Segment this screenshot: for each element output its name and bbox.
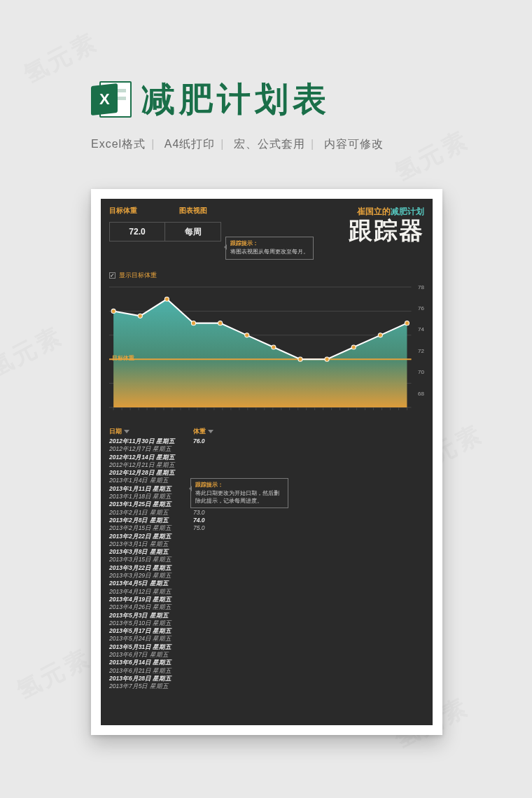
table-row[interactable]: 2013年3月22日 星期五 bbox=[109, 564, 424, 572]
label-chart-view: 图表视图 bbox=[179, 206, 207, 216]
svg-point-45 bbox=[164, 297, 169, 301]
cell-date: 2012年12月7日 星期五 bbox=[109, 445, 193, 453]
svg-point-50 bbox=[298, 357, 302, 361]
table-row[interactable]: 2013年5月24日 星期五 bbox=[109, 635, 424, 643]
table-row[interactable]: 2013年2月1日 星期五73.0 bbox=[109, 509, 424, 517]
y-tick: 70 bbox=[418, 369, 424, 375]
col-header-weight-text: 体重 bbox=[193, 427, 206, 436]
chart-view-select[interactable]: 每周 bbox=[165, 222, 221, 241]
table-row[interactable]: 2013年4月5日 星期五 bbox=[109, 580, 424, 587]
table-row[interactable]: 2013年6月14日 星期五 bbox=[109, 659, 424, 666]
watermark: 氢元素 bbox=[389, 123, 475, 189]
page-title: 减肥计划表 bbox=[141, 77, 330, 122]
meta-item: Excel格式 bbox=[91, 138, 146, 150]
goal-line-label: 目标体重 bbox=[112, 354, 134, 361]
cell-date: 2013年6月7日 星期五 bbox=[109, 651, 193, 659]
table-row[interactable]: 2013年6月21日 星期五 bbox=[109, 667, 424, 675]
cell-weight bbox=[193, 564, 221, 572]
col-header-date[interactable]: 日期 bbox=[109, 427, 193, 436]
cell-weight bbox=[193, 620, 221, 627]
cell-date: 2013年3月8日 星期五 bbox=[109, 548, 193, 556]
cell-date: 2013年2月15日 星期五 bbox=[109, 524, 193, 532]
cell-weight bbox=[193, 588, 221, 596]
cell-weight: 76.0 bbox=[193, 438, 221, 445]
meta-item: 宏、公式套用 bbox=[234, 138, 305, 150]
table-row[interactable]: 2013年4月26日 星期五 bbox=[109, 603, 424, 611]
cell-date: 2013年3月15日 星期五 bbox=[109, 556, 193, 564]
table-row[interactable]: 2013年3月8日 星期五 bbox=[109, 548, 424, 556]
table-row[interactable]: 2013年6月28日 星期五 bbox=[109, 675, 424, 682]
cell-date: 2013年1月25日 星期五 bbox=[109, 500, 193, 508]
cell-date: 2013年5月10日 星期五 bbox=[109, 620, 193, 627]
table-row[interactable]: 2013年4月19日 星期五 bbox=[109, 596, 424, 603]
table-row[interactable]: 2013年6月7日 星期五 bbox=[109, 651, 424, 659]
cell-date: 2013年1月18日 星期五 bbox=[109, 493, 193, 500]
cell-date: 2013年3月1日 星期五 bbox=[109, 540, 193, 548]
cell-weight bbox=[193, 643, 221, 651]
table-row[interactable]: 2013年3月29日 星期五 bbox=[109, 572, 424, 580]
cell-weight: 74.0 bbox=[193, 517, 221, 524]
table-row[interactable]: 2013年2月22日 星期五 bbox=[109, 533, 424, 540]
target-weight-input[interactable]: 72.0 bbox=[109, 222, 165, 241]
cell-date: 2012年12月14日 星期五 bbox=[109, 454, 193, 461]
cell-date: 2013年6月14日 星期五 bbox=[109, 659, 193, 666]
table-row[interactable]: 2013年3月1日 星期五 bbox=[109, 540, 424, 548]
data-table: 日期 体重 2012年11月30日 星期五76.02012年12月7日 星期五2… bbox=[109, 427, 424, 691]
cell-weight: 73.0 bbox=[193, 509, 221, 517]
cell-weight bbox=[193, 651, 221, 659]
table-row[interactable]: 2012年12月21日 星期五 bbox=[109, 461, 424, 469]
tooltip-body: 将此日期更改为开始日期，然后删除此提示，记录每周进度。 bbox=[195, 490, 279, 503]
table-row[interactable]: 2012年11月30日 星期五76.0 bbox=[109, 438, 424, 445]
cell-date: 2013年5月17日 星期五 bbox=[109, 627, 193, 635]
tooltip-title: 跟踪提示： bbox=[195, 482, 284, 489]
svg-point-48 bbox=[245, 333, 249, 337]
chart-svg bbox=[109, 284, 424, 420]
cell-weight bbox=[193, 556, 221, 564]
svg-point-44 bbox=[138, 314, 142, 318]
sort-icon[interactable] bbox=[208, 430, 214, 433]
cell-date: 2013年6月28日 星期五 bbox=[109, 675, 193, 682]
table-row[interactable]: 2013年4月12日 星期五 bbox=[109, 588, 424, 596]
sort-icon[interactable] bbox=[124, 430, 130, 433]
cell-weight bbox=[193, 635, 221, 643]
table-row[interactable]: 2013年5月10日 星期五 bbox=[109, 620, 424, 627]
excel-icon: X bbox=[91, 79, 134, 120]
cell-date: 2013年7月5日 星期五 bbox=[109, 682, 193, 690]
table-row[interactable]: 2012年12月7日 星期五 bbox=[109, 445, 424, 453]
cell-weight bbox=[193, 627, 221, 635]
label-target-weight: 目标体重 bbox=[109, 206, 137, 216]
meta-line: Excel格式| A4纸打印| 宏、公式套用| 内容可修改 bbox=[91, 137, 384, 152]
svg-point-52 bbox=[351, 345, 356, 349]
col-header-date-text: 日期 bbox=[109, 427, 122, 436]
excel-icon-letter: X bbox=[99, 90, 110, 108]
cell-date: 2013年4月19日 星期五 bbox=[109, 596, 193, 603]
table-row[interactable]: 2013年5月3日 星期五 bbox=[109, 612, 424, 620]
cell-date: 2013年3月22日 星期五 bbox=[109, 564, 193, 572]
input-boxes: 72.0 每周 bbox=[109, 222, 221, 241]
cell-date: 2013年4月12日 星期五 bbox=[109, 588, 193, 596]
table-body: 2012年11月30日 星期五76.02012年12月7日 星期五2012年12… bbox=[109, 438, 424, 691]
col-header-weight[interactable]: 体重 bbox=[193, 427, 221, 436]
table-row[interactable]: 2012年12月28日 星期五 bbox=[109, 469, 424, 477]
cell-date: 2013年5月3日 星期五 bbox=[109, 612, 193, 620]
cell-weight: 75.0 bbox=[193, 524, 221, 532]
page-header: X 减肥计划表 bbox=[91, 77, 330, 122]
cell-weight bbox=[193, 445, 221, 453]
show-goal-checkbox[interactable]: ✓ bbox=[109, 272, 115, 279]
table-row[interactable]: 2013年7月5日 星期五 bbox=[109, 682, 424, 690]
table-row[interactable]: 2012年12月14日 星期五 bbox=[109, 454, 424, 461]
cell-weight bbox=[193, 548, 221, 556]
svg-point-49 bbox=[272, 345, 276, 349]
cell-date: 2013年5月31日 星期五 bbox=[109, 643, 193, 651]
cell-weight bbox=[193, 461, 221, 469]
cell-date: 2013年3月29日 星期五 bbox=[109, 572, 193, 580]
table-row[interactable]: 2013年3月15日 星期五 bbox=[109, 556, 424, 564]
cell-weight bbox=[193, 667, 221, 675]
preview-card: 目标体重 图表视图 崔国立的减肥计划 72.0 每周 跟踪器 跟踪提示： 将图表… bbox=[91, 189, 442, 735]
table-row[interactable]: 2013年2月15日 星期五75.0 bbox=[109, 524, 424, 532]
show-goal-label: 显示目标体重 bbox=[119, 271, 157, 280]
table-row[interactable]: 2013年5月31日 星期五 bbox=[109, 643, 424, 651]
table-row[interactable]: 2013年2月8日 星期五74.0 bbox=[109, 517, 424, 524]
y-tick: 68 bbox=[418, 390, 424, 396]
table-row[interactable]: 2013年5月17日 星期五 bbox=[109, 627, 424, 635]
